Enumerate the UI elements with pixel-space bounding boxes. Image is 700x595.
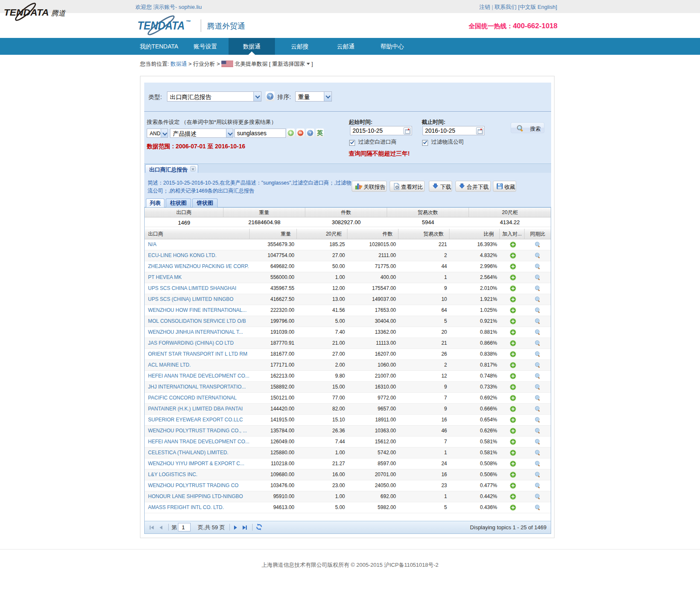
svg-text:?: ? xyxy=(269,94,272,99)
svg-text:TENDATA: TENDATA xyxy=(137,19,185,32)
svg-text:腾道: 腾道 xyxy=(51,9,66,17)
svg-text:?: ? xyxy=(309,131,312,135)
svg-text:TENDATA: TENDATA xyxy=(4,7,49,18)
svg-text:™: ™ xyxy=(186,19,191,25)
